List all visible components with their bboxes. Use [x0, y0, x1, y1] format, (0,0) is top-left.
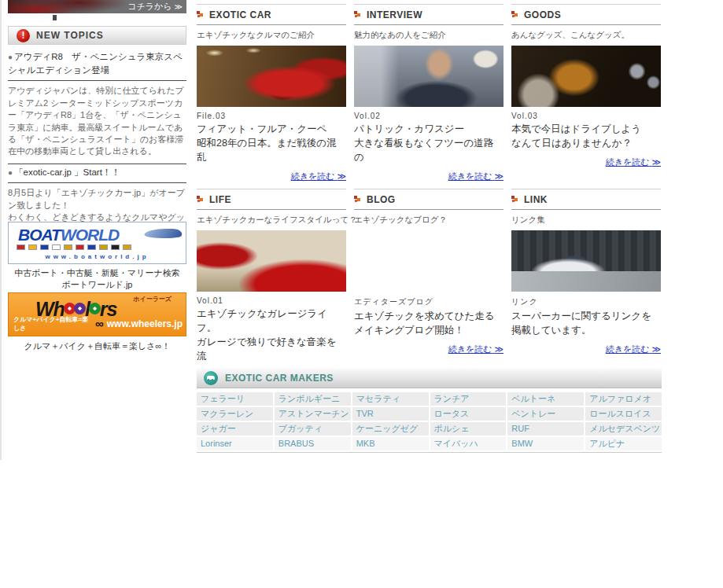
maker-link[interactable]: ブガッティ — [275, 422, 351, 435]
maker-link[interactable]: メルセデスベンツ — [585, 422, 662, 435]
maker-link[interactable]: ランチア — [430, 392, 507, 406]
section-exotic-car: EXOTIC CAR エキゾチックなクルマのご紹介 File.03 フィアット・… — [197, 0, 346, 182]
divider — [511, 24, 661, 25]
maker-link[interactable]: アルピナ — [585, 437, 662, 450]
section-text: エキゾチックなガレージライフ。 ガレージで独りで好きな音楽を流 — [197, 307, 346, 364]
read-more-label: 続きを読む — [448, 344, 492, 354]
divider — [197, 209, 346, 210]
maker-link[interactable]: マセラティ — [352, 392, 429, 406]
maker-link[interactable]: ロールスロイス — [585, 407, 662, 421]
makers-header-bar: EXOTIC CAR MAKERS — [197, 368, 662, 388]
wheelers-caption: クルマ＋バイク＋自転車＝楽しさ∞！ — [8, 340, 186, 352]
maker-link[interactable]: BMW — [507, 437, 584, 450]
flag-icon — [87, 244, 96, 250]
maker-link[interactable]: ベルトーネ — [507, 392, 584, 406]
read-more-link[interactable]: 続きを読む ≫ — [448, 171, 504, 181]
divider — [354, 24, 504, 25]
makers-title: EXOTIC CAR MAKERS — [225, 373, 334, 384]
read-more-link[interactable]: 続きを読む ≫ — [606, 157, 661, 167]
section-text-line1: フィアット・フルア・クーペ — [197, 122, 346, 136]
page-left-border — [0, 0, 2, 460]
section-subtitle: リンク集 — [511, 215, 661, 226]
section-text: エキゾチックを求めてひた走る メイキングブログ開始！ — [354, 309, 504, 337]
photo-red-ferraris-garage[interactable] — [197, 230, 346, 292]
read-more-link[interactable]: 続きを読む ≫ — [291, 171, 346, 181]
section-header: LINK — [511, 189, 661, 209]
wheelers-katakana: ホイーラーズ — [133, 295, 172, 303]
alert-exclamation-icon: ! — [17, 29, 30, 42]
boatworld-banner-ad[interactable]: BOATWORLD www.boatworld.jp — [8, 222, 186, 264]
new-topics-title: NEW TOPICS — [36, 30, 104, 41]
boatworld-logo-world: WORLD — [61, 226, 119, 244]
maker-link[interactable]: フェラーリ — [197, 392, 273, 406]
maker-link[interactable]: Lorinser — [197, 437, 273, 450]
chevron-right-icon: ≫ — [175, 2, 183, 11]
section-bullet-icon — [354, 11, 361, 18]
maker-link[interactable]: アストンマーチン — [275, 407, 351, 421]
section-text-line2: メイキングブログ開始！ — [354, 323, 504, 337]
sidebar-top-banner-link[interactable]: コチラから ≫ — [8, 0, 186, 13]
divider — [511, 209, 661, 210]
section-blog: BLOG エキゾチックなブログ？ エディターズブログ エキゾチックを求めてひた走… — [354, 185, 504, 355]
wheelers-banner-ad[interactable]: ホイーラーズ Whlrs クルマ+バイク+自転車=楽しさ ∞ www.wheel… — [8, 292, 186, 336]
maker-link[interactable]: アルファロメオ — [585, 392, 662, 406]
maker-link[interactable]: ロータス — [430, 407, 507, 421]
wheelers-url: www.wheelers.jp — [107, 318, 183, 329]
photo-night-dashboard[interactable] — [354, 230, 504, 292]
flag-icon — [76, 244, 84, 250]
section-title: EXOTIC CAR — [209, 9, 271, 20]
photo-businessman-portrait[interactable] — [354, 46, 504, 107]
section-text-line1: 本気で今日はドライブしよう — [511, 122, 661, 136]
flag-icon — [28, 244, 37, 250]
section-text-line2: 大きな看板もなくフツーの道路の — [354, 136, 504, 164]
section-text-line1: エキゾチックを求めてひた走る — [354, 309, 504, 323]
flag-icon — [99, 244, 108, 250]
section-text-line1: パトリック・カワスジー — [354, 122, 504, 136]
maker-link[interactable]: ジャガー — [197, 422, 273, 435]
section-text-line1: エキゾチックなガレージライフ。 — [197, 307, 346, 335]
wheelers-banner-block: ホイーラーズ Whlrs クルマ+バイク+自転車=楽しさ ∞ www.wheel… — [8, 292, 186, 352]
maker-link[interactable]: ランボルギーニ — [275, 392, 351, 406]
boatworld-caption-line2: ボートワールド.jp — [8, 279, 186, 291]
wheel-e-icon — [74, 303, 86, 314]
maker-link[interactable]: RUF — [507, 422, 584, 435]
boatworld-logo-boat: BOAT — [18, 226, 61, 244]
flag-icon — [123, 244, 131, 250]
maker-link[interactable]: マイバッハ — [430, 437, 507, 450]
section-meta: Vol.03 — [511, 112, 661, 120]
chevron-right-icon: ≫ — [651, 157, 661, 167]
maker-link[interactable]: ポルシェ — [430, 422, 507, 435]
section-bullet-icon — [197, 11, 204, 18]
maker-link[interactable]: マクラーレン — [197, 407, 273, 421]
photo-red-classic-fiat[interactable] — [197, 46, 346, 107]
news-headline: ●アウディR8 ザ・ペニンシュラ東京スペシャルエディション登場 — [8, 49, 186, 81]
section-header: EXOTIC CAR — [197, 5, 346, 24]
read-more-label: 続きを読む — [606, 344, 650, 354]
section-bullet-icon — [197, 196, 204, 203]
news-body: アウディジャパンは、特別に仕立てられたプレミアム2 シーターミッドシップスポーツ… — [8, 81, 186, 164]
section-text-line2: 掲載しています。 — [511, 323, 661, 337]
read-more-link[interactable]: 続きを読む ≫ — [448, 344, 504, 354]
section-meta: File.03 — [197, 112, 346, 120]
maker-link[interactable]: ベントレー — [507, 407, 584, 421]
section-meta: Vol.01 — [197, 296, 346, 305]
top-banner-label: コチラから — [127, 2, 172, 11]
maker-link[interactable]: BRABUS — [275, 437, 351, 450]
flag-icon — [52, 244, 61, 250]
read-more-label: 続きを読む — [448, 171, 492, 181]
chevron-right-icon: ≫ — [651, 344, 661, 354]
read-more-link[interactable]: 続きを読む ≫ — [606, 344, 661, 354]
maker-link[interactable]: MKB — [352, 437, 429, 450]
section-bullet-icon — [511, 196, 518, 203]
maker-link[interactable]: ケーニッグゼグ — [352, 422, 429, 435]
infinity-icon: ∞ — [95, 320, 104, 328]
chevron-right-icon: ≫ — [494, 344, 504, 354]
maker-link[interactable]: TVR — [352, 407, 429, 421]
makers-grid: フェラーリランボルギーニマセラティランチアベルトーネアルファロメオマクラーレンア… — [197, 392, 662, 453]
section-header: LIFE — [197, 189, 346, 209]
boatworld-caption: 中古ボート・中古艇・新艇・マリーナ検索 ボートワールド.jp — [8, 267, 186, 291]
photo-driving-glove[interactable] — [511, 46, 661, 107]
section-text-line1: スーパーカーに関するリンクを — [511, 309, 661, 323]
bullet-icon: ● — [8, 168, 13, 177]
photo-silver-ferrari-road[interactable] — [511, 230, 661, 292]
